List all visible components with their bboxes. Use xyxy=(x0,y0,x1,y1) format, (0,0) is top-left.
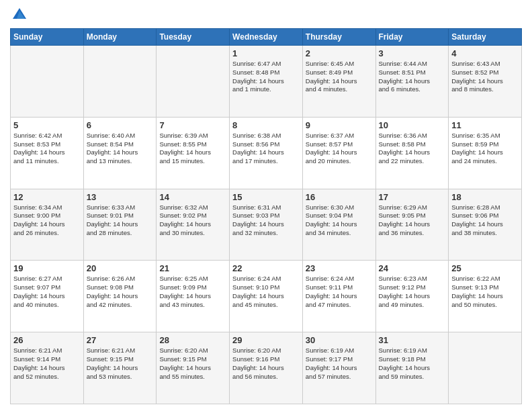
day-number: 1 xyxy=(232,48,300,58)
day-info: Sunrise: 6:39 AM Sunset: 8:55 PM Dayligh… xyxy=(159,132,226,166)
day-info: Sunrise: 6:44 AM Sunset: 8:51 PM Dayligh… xyxy=(379,60,446,94)
calendar-day-11: 11Sunrise: 6:35 AM Sunset: 8:59 PM Dayli… xyxy=(449,117,522,189)
day-info: Sunrise: 6:21 AM Sunset: 9:15 PM Dayligh… xyxy=(87,347,154,381)
calendar-day-13: 13Sunrise: 6:33 AM Sunset: 9:01 PM Dayli… xyxy=(83,189,157,261)
day-number: 25 xyxy=(451,263,519,273)
day-info: Sunrise: 6:24 AM Sunset: 9:10 PM Dayligh… xyxy=(232,275,300,309)
day-number: 24 xyxy=(379,263,446,273)
day-info: Sunrise: 6:34 AM Sunset: 9:00 PM Dayligh… xyxy=(13,203,81,238)
calendar-day-9: 9Sunrise: 6:37 AM Sunset: 8:57 PM Daylig… xyxy=(302,117,375,189)
calendar-day-31: 31Sunrise: 6:19 AM Sunset: 9:18 PM Dayli… xyxy=(375,332,449,404)
day-number: 6 xyxy=(87,120,154,130)
day-number: 22 xyxy=(232,263,300,273)
day-info: Sunrise: 6:47 AM Sunset: 8:48 PM Dayligh… xyxy=(232,60,300,94)
day-info: Sunrise: 6:25 AM Sunset: 9:09 PM Dayligh… xyxy=(159,275,226,309)
calendar-day-14: 14Sunrise: 6:32 AM Sunset: 9:02 PM Dayli… xyxy=(157,189,230,261)
day-info: Sunrise: 6:27 AM Sunset: 9:07 PM Dayligh… xyxy=(13,275,81,309)
calendar-day-18: 18Sunrise: 6:28 AM Sunset: 9:06 PM Dayli… xyxy=(449,189,522,261)
day-number: 30 xyxy=(306,335,373,345)
calendar-day-5: 5Sunrise: 6:42 AM Sunset: 8:53 PM Daylig… xyxy=(11,117,84,189)
day-number: 3 xyxy=(379,48,446,58)
day-number: 28 xyxy=(159,335,226,345)
calendar-header-row: SundayMondayTuesdayWednesdayThursdayFrid… xyxy=(11,29,522,46)
header xyxy=(10,7,522,23)
calendar-week-row: 26Sunrise: 6:21 AM Sunset: 9:14 PM Dayli… xyxy=(11,332,522,404)
calendar-day-28: 28Sunrise: 6:20 AM Sunset: 9:15 PM Dayli… xyxy=(157,332,230,404)
calendar-day-21: 21Sunrise: 6:25 AM Sunset: 9:09 PM Dayli… xyxy=(157,261,230,332)
page: SundayMondayTuesdayWednesdayThursdayFrid… xyxy=(0,0,532,411)
day-info: Sunrise: 6:19 AM Sunset: 9:18 PM Dayligh… xyxy=(379,347,446,381)
calendar-day-20: 20Sunrise: 6:26 AM Sunset: 9:08 PM Dayli… xyxy=(83,261,157,332)
day-number: 19 xyxy=(13,263,81,273)
empty-cell xyxy=(83,46,157,118)
day-number: 23 xyxy=(306,263,373,273)
calendar-day-23: 23Sunrise: 6:24 AM Sunset: 9:11 PM Dayli… xyxy=(302,261,375,332)
calendar-day-4: 4Sunrise: 6:43 AM Sunset: 8:52 PM Daylig… xyxy=(449,46,522,118)
day-info: Sunrise: 6:23 AM Sunset: 9:12 PM Dayligh… xyxy=(379,275,446,309)
day-number: 8 xyxy=(232,120,300,130)
col-header-sunday: Sunday xyxy=(11,29,84,46)
col-header-friday: Friday xyxy=(375,29,449,46)
day-info: Sunrise: 6:24 AM Sunset: 9:11 PM Dayligh… xyxy=(306,275,373,309)
day-number: 16 xyxy=(306,192,373,202)
calendar-week-row: 5Sunrise: 6:42 AM Sunset: 8:53 PM Daylig… xyxy=(11,117,522,189)
day-info: Sunrise: 6:19 AM Sunset: 9:17 PM Dayligh… xyxy=(306,347,373,381)
calendar-week-row: 1Sunrise: 6:47 AM Sunset: 8:48 PM Daylig… xyxy=(11,46,522,118)
calendar-day-29: 29Sunrise: 6:20 AM Sunset: 9:16 PM Dayli… xyxy=(230,332,303,404)
calendar-day-2: 2Sunrise: 6:45 AM Sunset: 8:49 PM Daylig… xyxy=(302,46,375,118)
calendar-day-24: 24Sunrise: 6:23 AM Sunset: 9:12 PM Dayli… xyxy=(375,261,449,332)
day-number: 11 xyxy=(451,120,519,130)
empty-cell xyxy=(157,46,230,118)
calendar-day-7: 7Sunrise: 6:39 AM Sunset: 8:55 PM Daylig… xyxy=(157,117,230,189)
calendar-day-16: 16Sunrise: 6:30 AM Sunset: 9:04 PM Dayli… xyxy=(302,189,375,261)
col-header-monday: Monday xyxy=(83,29,157,46)
day-info: Sunrise: 6:33 AM Sunset: 9:01 PM Dayligh… xyxy=(87,203,154,238)
day-number: 27 xyxy=(87,335,154,345)
day-number: 13 xyxy=(87,192,154,202)
day-info: Sunrise: 6:20 AM Sunset: 9:15 PM Dayligh… xyxy=(159,347,226,381)
col-header-wednesday: Wednesday xyxy=(230,29,303,46)
calendar-day-19: 19Sunrise: 6:27 AM Sunset: 9:07 PM Dayli… xyxy=(11,261,84,332)
calendar-table: SundayMondayTuesdayWednesdayThursdayFrid… xyxy=(10,28,522,404)
day-number: 17 xyxy=(379,192,446,202)
day-number: 9 xyxy=(306,120,373,130)
empty-cell xyxy=(11,46,84,118)
day-info: Sunrise: 6:43 AM Sunset: 8:52 PM Dayligh… xyxy=(451,60,519,94)
day-info: Sunrise: 6:32 AM Sunset: 9:02 PM Dayligh… xyxy=(159,203,226,238)
day-info: Sunrise: 6:35 AM Sunset: 8:59 PM Dayligh… xyxy=(451,132,519,166)
day-info: Sunrise: 6:38 AM Sunset: 8:56 PM Dayligh… xyxy=(232,132,300,166)
calendar-week-row: 12Sunrise: 6:34 AM Sunset: 9:00 PM Dayli… xyxy=(11,189,522,261)
calendar-day-8: 8Sunrise: 6:38 AM Sunset: 8:56 PM Daylig… xyxy=(230,117,303,189)
day-number: 5 xyxy=(13,120,81,130)
day-info: Sunrise: 6:45 AM Sunset: 8:49 PM Dayligh… xyxy=(306,60,373,94)
day-info: Sunrise: 6:29 AM Sunset: 9:05 PM Dayligh… xyxy=(379,203,446,238)
calendar-day-3: 3Sunrise: 6:44 AM Sunset: 8:51 PM Daylig… xyxy=(375,46,449,118)
calendar-day-22: 22Sunrise: 6:24 AM Sunset: 9:10 PM Dayli… xyxy=(230,261,303,332)
calendar-day-15: 15Sunrise: 6:31 AM Sunset: 9:03 PM Dayli… xyxy=(230,189,303,261)
day-number: 12 xyxy=(13,192,81,202)
day-number: 2 xyxy=(306,48,373,58)
empty-cell xyxy=(449,332,522,404)
logo-icon xyxy=(11,7,28,23)
day-number: 4 xyxy=(451,48,519,58)
day-info: Sunrise: 6:31 AM Sunset: 9:03 PM Dayligh… xyxy=(232,203,300,238)
day-info: Sunrise: 6:26 AM Sunset: 9:08 PM Dayligh… xyxy=(87,275,154,309)
calendar-day-27: 27Sunrise: 6:21 AM Sunset: 9:15 PM Dayli… xyxy=(83,332,157,404)
logo xyxy=(10,7,30,23)
day-number: 31 xyxy=(379,335,446,345)
calendar-day-30: 30Sunrise: 6:19 AM Sunset: 9:17 PM Dayli… xyxy=(302,332,375,404)
day-info: Sunrise: 6:42 AM Sunset: 8:53 PM Dayligh… xyxy=(13,132,81,166)
col-header-thursday: Thursday xyxy=(302,29,375,46)
day-number: 10 xyxy=(379,120,446,130)
day-number: 7 xyxy=(159,120,226,130)
calendar-day-25: 25Sunrise: 6:22 AM Sunset: 9:13 PM Dayli… xyxy=(449,261,522,332)
day-info: Sunrise: 6:37 AM Sunset: 8:57 PM Dayligh… xyxy=(306,132,373,166)
calendar-day-6: 6Sunrise: 6:40 AM Sunset: 8:54 PM Daylig… xyxy=(83,117,157,189)
day-number: 20 xyxy=(87,263,154,273)
calendar-day-10: 10Sunrise: 6:36 AM Sunset: 8:58 PM Dayli… xyxy=(375,117,449,189)
day-info: Sunrise: 6:21 AM Sunset: 9:14 PM Dayligh… xyxy=(13,347,81,381)
col-header-saturday: Saturday xyxy=(449,29,522,46)
calendar-day-26: 26Sunrise: 6:21 AM Sunset: 9:14 PM Dayli… xyxy=(11,332,84,404)
day-number: 15 xyxy=(232,192,300,202)
calendar-week-row: 19Sunrise: 6:27 AM Sunset: 9:07 PM Dayli… xyxy=(11,261,522,332)
